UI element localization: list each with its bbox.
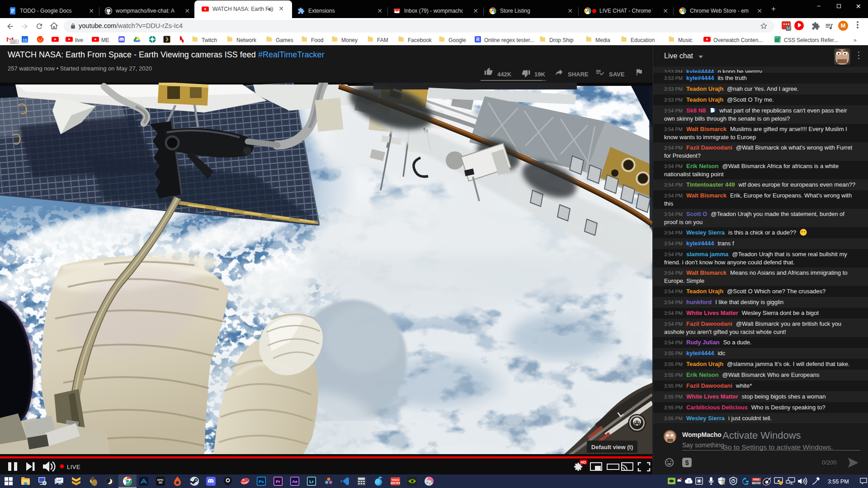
svg-text:Ae: Ae <box>292 479 297 484</box>
svg-text:EPIC: EPIC <box>157 479 164 481</box>
svg-text:R: R <box>476 37 480 42</box>
svg-text:Default view (t): Default view (t) <box>591 444 633 450</box>
svg-text:15: 15 <box>23 38 27 42</box>
svg-text:$: $ <box>685 459 689 466</box>
svg-text:MEETER: MEETER <box>752 482 761 484</box>
svg-text:HD: HD <box>580 460 586 465</box>
svg-text:VOICE: VOICE <box>753 479 760 481</box>
svg-text:Pr: Pr <box>276 479 280 484</box>
svg-text:LIVE: LIVE <box>67 464 80 470</box>
svg-text:3: 3 <box>779 39 781 42</box>
svg-text:Ps: Ps <box>259 479 264 484</box>
svg-text:VOICE: VOICE <box>392 479 399 481</box>
svg-text:Lr: Lr <box>309 479 314 484</box>
svg-text:MEETER: MEETER <box>391 482 400 484</box>
